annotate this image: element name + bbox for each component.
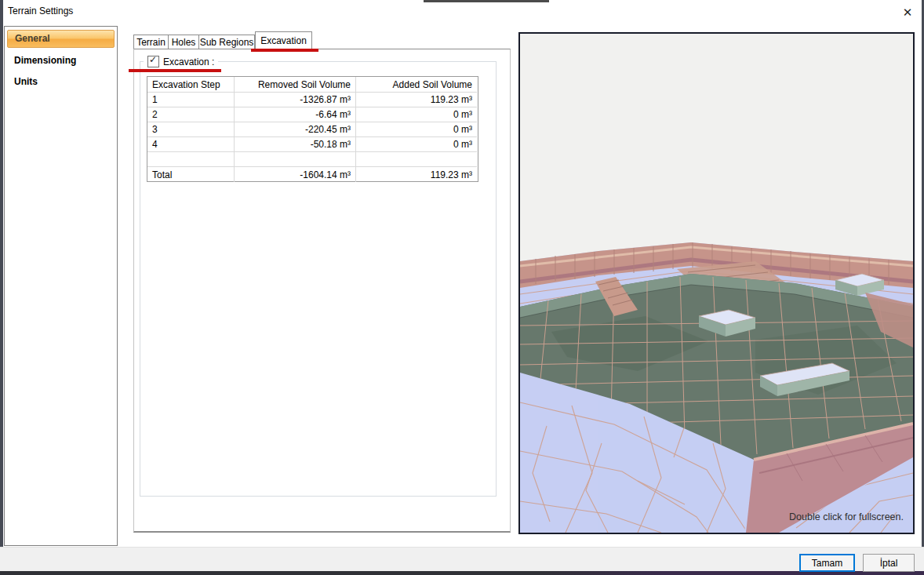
- table-cell: -6.64 m³: [235, 107, 356, 122]
- table-cell[interactable]: 2: [147, 107, 235, 122]
- background-edge-bottom: [0, 571, 924, 575]
- close-icon: ✕: [903, 5, 913, 19]
- excavation-volume-table: Excavation Step Removed Soil Volume Adde…: [147, 76, 478, 182]
- fullscreen-hint: Double click for fullscreen.: [789, 511, 904, 522]
- table-cell[interactable]: 1: [147, 93, 235, 107]
- cancel-button[interactable]: İptal: [863, 554, 915, 572]
- background-edge-left: [0, 0, 3, 575]
- terrain-3d-preview[interactable]: Double click for fullscreen.: [518, 32, 915, 534]
- terrain-3d-scene: [520, 34, 913, 533]
- table-cell: [356, 152, 477, 167]
- sidebar-item-units[interactable]: Units: [7, 74, 115, 90]
- background-edge-top: [424, 0, 549, 2]
- table-cell-total: 119.23 m³: [356, 167, 477, 182]
- sidebar-item-label: Units: [14, 76, 38, 87]
- column-header-step: Excavation Step: [147, 77, 235, 93]
- column-header-removed: Removed Soil Volume: [235, 77, 356, 93]
- table-cell: 0 m³: [356, 122, 477, 137]
- sidebar-item-dimensioning[interactable]: Dimensioning: [7, 53, 115, 69]
- sidebar: General Dimensioning Units: [4, 26, 118, 546]
- annotation-underline-checkbox: [129, 69, 221, 72]
- excavation-checkbox-label: Excavation :: [163, 56, 214, 67]
- table-cell: 0 m³: [356, 137, 477, 152]
- excavation-groupbox-label: ✓ Excavation :: [144, 55, 218, 68]
- excavation-checkbox[interactable]: ✓: [147, 56, 159, 67]
- table-cell[interactable]: 3: [147, 122, 235, 137]
- table-cell: 0 m³: [356, 107, 477, 122]
- table-cell: -1326.87 m³: [235, 93, 356, 107]
- tab-excavation[interactable]: Excavation: [255, 31, 312, 49]
- tab-holes[interactable]: Holes: [168, 35, 199, 49]
- annotation-underline-tab: [251, 49, 318, 52]
- close-button[interactable]: ✕: [897, 4, 918, 21]
- terrain-settings-dialog: Terrain Settings ✕ General Dimensioning …: [0, 0, 924, 575]
- sidebar-item-general[interactable]: General: [7, 30, 115, 48]
- table-cell-total: -1604.14 m³: [235, 167, 356, 182]
- table-cell-total: Total: [147, 167, 235, 182]
- table-cell: 119.23 m³: [356, 93, 477, 107]
- ok-button[interactable]: Tamam: [799, 554, 855, 572]
- tab-sub-regions[interactable]: Sub Regions: [198, 35, 255, 49]
- tab-terrain[interactable]: Terrain: [133, 35, 169, 49]
- window-title: Terrain Settings: [8, 5, 73, 17]
- checkmark-icon: ✓: [149, 55, 157, 65]
- table-cell: [235, 152, 356, 167]
- table-cell[interactable]: 4: [147, 137, 235, 152]
- table-cell: [147, 152, 235, 167]
- sidebar-item-label: General: [15, 33, 50, 44]
- table-cell: -50.18 m³: [235, 137, 356, 152]
- dialog-footer: Tamam İptal: [0, 547, 924, 571]
- column-header-added: Added Soil Volume: [356, 77, 477, 93]
- table-cell: -220.45 m³: [235, 122, 356, 137]
- sidebar-item-label: Dimensioning: [14, 55, 76, 66]
